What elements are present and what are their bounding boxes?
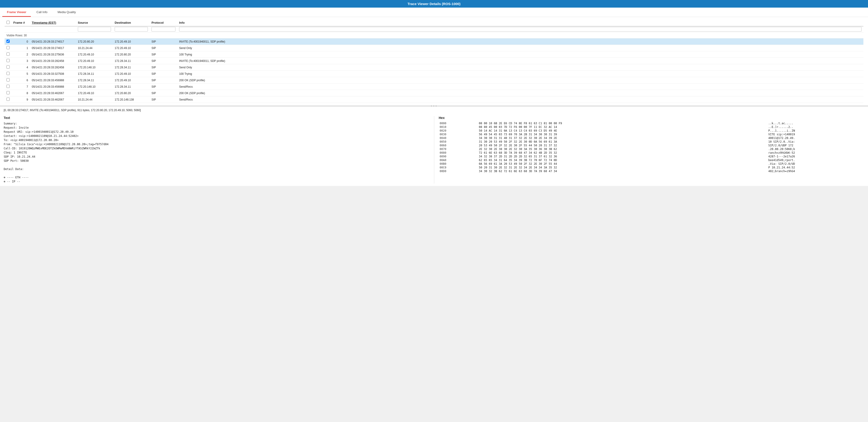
hex-offset: 0000 bbox=[439, 122, 478, 125]
table-row[interactable]: 6 05/14/21 20:28:33:456988 172.28.34.11 … bbox=[5, 77, 863, 84]
cell-source: 10.21.24.44 bbox=[76, 96, 113, 103]
table-row[interactable]: 2 05/14/21 20:28:33:275636 172.20.49.10 … bbox=[5, 51, 863, 58]
dest-filter-input[interactable] bbox=[115, 27, 148, 32]
table-row[interactable]: 0 05/14/21 20:28:33:274017 172.20.80.20 … bbox=[5, 38, 863, 45]
cell-proto: SIP bbox=[150, 90, 177, 96]
cell-frame: 4 bbox=[11, 64, 30, 71]
cell-source: 172.28.34.11 bbox=[76, 71, 113, 77]
hex-bytes: 34 30 32 3B 62 72 61 6E 63 68 3D 7A 39 6… bbox=[478, 169, 767, 173]
hex-bytes: 20 53 49 50 2F 32 2E 30 2F 55 44 50 20 3… bbox=[478, 143, 767, 147]
text-panel: Text Summary: Request: Invite Request UR… bbox=[4, 116, 434, 184]
hex-ascii: ..E.]r......2.. bbox=[767, 125, 864, 129]
cell-frame: 1 bbox=[11, 45, 30, 51]
hex-panel-title: Hex bbox=[439, 116, 865, 120]
cell-info: 100 Trying bbox=[177, 51, 863, 58]
table-row[interactable]: 4 05/14/21 20:28:33:282458 172.20.148.10… bbox=[5, 64, 863, 71]
hex-panel: Hex 0000 08 00 10 6B 2E E6 CD 74 8E F8 6… bbox=[434, 116, 865, 184]
row-checkbox[interactable] bbox=[6, 78, 10, 82]
text-panel-title: Text bbox=[4, 116, 429, 120]
table-row[interactable]: 1 05/14/21 20:28:33:274017 10.21.24.44 1… bbox=[5, 45, 863, 51]
row-checkbox[interactable] bbox=[6, 72, 10, 75]
hex-ascii: ranch=z9hG4bK-52 bbox=[767, 151, 864, 155]
col-header-timestamp[interactable]: Timestamp (EST) bbox=[30, 19, 76, 26]
hex-row: 0000 08 00 10 6B 2E E6 CD 74 8E F8 61 63… bbox=[439, 122, 865, 125]
table-row[interactable]: 9 05/14/21 20:28:33:462067 10.21.24.44 1… bbox=[5, 96, 863, 103]
row-checkbox[interactable] bbox=[6, 98, 10, 101]
info-filter-input[interactable] bbox=[179, 27, 862, 32]
hex-ascii: bee41d549;rport. bbox=[767, 158, 864, 162]
hex-offset: 00A0 bbox=[439, 158, 478, 162]
app-title: Trace Viewer Details (ROS-1000) bbox=[407, 2, 461, 6]
table-row[interactable]: 7 05/14/21 20:28:33:456988 172.20.148.10… bbox=[5, 84, 863, 90]
hex-bytes: 0A 56 69 61 3A 20 53 49 50 2F 32 2E 30 2… bbox=[478, 162, 767, 166]
table-row[interactable]: 3 05/14/21 20:28:33:282458 172.20.49.10 … bbox=[5, 58, 863, 64]
hex-row: 0050 31 30 20 53 49 50 2F 32 2E 30 0D 0A… bbox=[439, 140, 865, 143]
hex-ascii: 4287-1---2e17a26 bbox=[767, 155, 864, 158]
tab-call-info[interactable]: Call Info bbox=[32, 8, 52, 17]
cell-frame: 7 bbox=[11, 84, 30, 90]
table-body: 0 05/14/21 20:28:33:274017 172.20.80.20 … bbox=[5, 38, 863, 103]
cell-info: 200 OK (SDP profile) bbox=[177, 77, 863, 84]
hex-ascii: .Via: SIP/2.0/UD bbox=[767, 162, 864, 166]
row-checkbox[interactable] bbox=[6, 40, 10, 43]
tab-frame-viewer[interactable]: Frame Viewer bbox=[2, 8, 31, 17]
hex-bytes: 34 30 30 31 31 40 31 37 32 2E 32 30 2E 3… bbox=[478, 136, 767, 140]
row-checkbox[interactable] bbox=[6, 46, 10, 49]
cell-dest: 172.20.80.20 bbox=[113, 51, 150, 58]
source-filter-input[interactable] bbox=[78, 27, 111, 32]
hex-bytes: 56 49 54 45 03 73 69 70 3A 2B 31 34 30 3… bbox=[478, 133, 767, 136]
table-row[interactable]: 8 05/14/21 20:28:33:462067 172.20.49.10 … bbox=[5, 90, 863, 96]
hex-ascii: P 10.21.24.44:52 bbox=[767, 166, 864, 169]
row-checkbox[interactable] bbox=[6, 85, 10, 88]
row-checkbox[interactable] bbox=[6, 59, 10, 62]
hex-row: 0090 34 32 38 37 2D 31 2D 2D 2D 32 65 31… bbox=[439, 155, 865, 158]
hex-offset: 0050 bbox=[439, 140, 478, 143]
row-checkbox[interactable] bbox=[6, 91, 10, 94]
proto-filter-input[interactable] bbox=[152, 27, 176, 32]
cell-frame: 3 bbox=[11, 58, 30, 64]
col-header-source: Source bbox=[76, 19, 113, 26]
cell-frame: 2 bbox=[11, 51, 30, 58]
hex-ascii: 10 SIP/2.0..Via: bbox=[767, 140, 864, 143]
cell-timestamp: 05/14/21 20:28:33:462067 bbox=[30, 96, 76, 103]
cell-info: Send/Recv. bbox=[177, 84, 863, 90]
cell-dest: 172.20.49.10 bbox=[113, 77, 150, 84]
tab-media-quality[interactable]: Media Quality bbox=[53, 8, 80, 17]
cell-info: INVITE (To:4001940011, SDP profile) bbox=[177, 38, 863, 45]
cell-timestamp: 05/14/21 20:28:33:327508 bbox=[30, 71, 76, 77]
select-all-checkbox[interactable] bbox=[6, 21, 10, 24]
cell-timestamp: 05/14/21 20:28:33:282458 bbox=[30, 64, 76, 71]
table-row[interactable]: 5 05/14/21 20:28:33:327508 172.28.34.11 … bbox=[5, 71, 863, 77]
cell-info: Send Only bbox=[177, 45, 863, 51]
hex-row: 0010 08 80 45 00 03 7D 72 F6 00 00 7F 11… bbox=[439, 125, 865, 129]
hex-offset: 0090 bbox=[439, 155, 478, 158]
text-panel-content: Summary: Request: Invite Request URI: si… bbox=[4, 122, 429, 184]
hex-row: 00C0 50 20 31 30 2E 32 31 2E 32 34 2E 34… bbox=[439, 166, 865, 169]
hex-row: 0040 34 30 30 31 31 40 31 37 32 2E 32 30… bbox=[439, 136, 865, 140]
cell-proto: SIP bbox=[150, 96, 177, 103]
cell-dest: 172.20.49.10 bbox=[113, 45, 150, 51]
frame-table-section: Frame # Timestamp (EST) Source Destinati… bbox=[0, 17, 868, 105]
cell-timestamp: 05/14/21 20:28:33:275636 bbox=[30, 51, 76, 58]
cell-source: 172.20.49.10 bbox=[76, 51, 113, 58]
cell-info: Send/Recv. bbox=[177, 96, 863, 103]
cell-dest: 172.20.49.10 bbox=[113, 38, 150, 45]
table-header-row: Frame # Timestamp (EST) Source Destinati… bbox=[5, 19, 863, 26]
cell-timestamp: 05/14/21 20:28:33:462067 bbox=[30, 90, 76, 96]
hex-bytes: 50 14 AC 14 31 0A 13 C4 13 C4 03 69 C3 D… bbox=[478, 129, 767, 133]
main-content: Frame # Timestamp (EST) Source Destinati… bbox=[0, 17, 868, 186]
hex-ascii: SIP/2.0/UDP 172 bbox=[767, 143, 864, 147]
hex-bytes: 72 61 6E 63 68 3D 7A 39 68 47 34 62 4B 2… bbox=[478, 151, 767, 155]
visible-rows-row: Visible Rows: 30 bbox=[5, 33, 863, 38]
col-header-frame: Frame # bbox=[11, 19, 30, 26]
divider-dots: • • • bbox=[431, 105, 437, 107]
cell-proto: SIP bbox=[150, 45, 177, 51]
cell-source: 172.20.49.10 bbox=[76, 58, 113, 64]
hex-table: 0000 08 00 10 6B 2E E6 CD 74 8E F8 61 63… bbox=[439, 122, 865, 173]
row-checkbox[interactable] bbox=[6, 65, 10, 69]
hex-bytes: 62 65 65 34 31 64 35 34 39 3B 72 70 6F 7… bbox=[478, 158, 767, 162]
row-checkbox[interactable] bbox=[6, 53, 10, 56]
hex-offset: 0030 bbox=[439, 133, 478, 136]
hex-ascii: ..k...t.ac..... bbox=[767, 122, 864, 125]
cell-source: 172.20.80.20 bbox=[76, 38, 113, 45]
